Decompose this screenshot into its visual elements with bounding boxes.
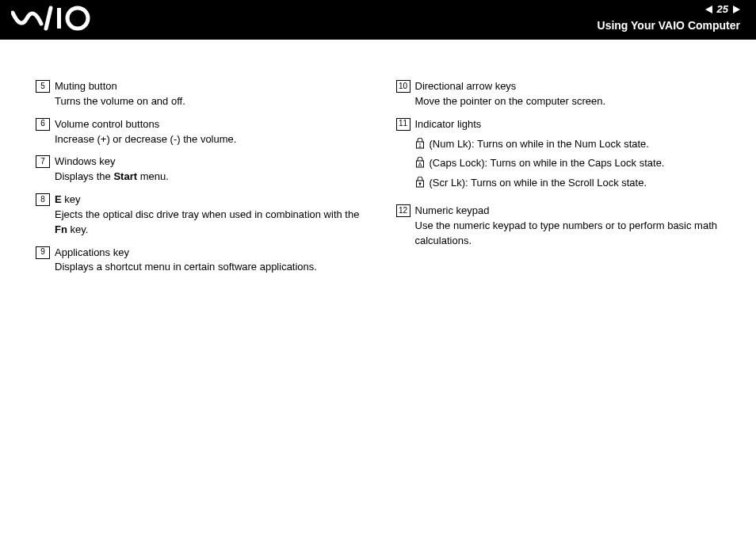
item-body: Applications key Displays a shortcut men… [55,246,372,276]
svg-point-2 [67,8,88,29]
list-item: 11 Indicator lights 1 (Num Lk): Turns on… [396,117,733,196]
list-item: 10 Directional arrow keys Move the point… [396,79,733,109]
right-column: 10 Directional arrow keys Move the point… [396,79,733,283]
item-title: E key [55,193,81,205]
item-body: Windows key Displays the Start menu. [55,154,372,185]
item-number-box: 12 [396,204,410,217]
item-desc: Increase (+) or decrease (-) the volume. [55,132,372,147]
next-page-arrow[interactable] [733,6,740,13]
svg-line-0 [46,8,51,29]
lock-capslock-icon: A [415,157,425,168]
indicator-sub-list: 1 (Num Lk): Turns on while in the Num Lo… [415,137,733,192]
lock-scrolllock-icon [415,177,425,188]
item-title: Windows key [55,155,116,167]
item-desc: Displays a shortcut menu in certain soft… [55,260,372,275]
svg-text:A: A [418,162,422,167]
list-item: 5 Muting button Turns the volume on and … [36,79,372,109]
sub-item: A (Caps Lock): Turns on while in the Cap… [415,156,733,171]
item-desc: Ejects the optical disc drive tray when … [55,208,372,238]
item-desc: Turns the volume on and off. [55,94,372,109]
item-title: Directional arrow keys [415,80,517,92]
item-title: Muting button [55,80,117,92]
list-item: 8 E key Ejects the optical disc drive tr… [36,193,372,238]
item-body: Indicator lights 1 (Num Lk): Turns on wh… [415,117,733,196]
sub-item-text: (Num Lk): Turns on while in the Num Lock… [430,137,649,152]
list-item: 7 Windows key Displays the Start menu. [36,154,372,185]
item-title: Applications key [55,246,129,258]
svg-rect-1 [57,8,61,29]
item-number-box: 7 [36,155,50,168]
item-desc: Move the pointer on the computer screen. [415,94,733,109]
item-number-box: 5 [36,80,50,93]
sub-item-text: (Scr Lk): Turns on while in the Scroll L… [430,176,647,191]
prev-page-arrow[interactable] [705,6,712,13]
sub-item: (Scr Lk): Turns on while in the Scroll L… [415,176,733,191]
item-body: Muting button Turns the volume on and of… [55,79,372,109]
item-number-box: 10 [396,80,410,93]
item-body: Directional arrow keys Move the pointer … [415,79,733,109]
list-item: 9 Applications key Displays a shortcut m… [36,246,372,276]
left-column: 5 Muting button Turns the volume on and … [36,79,372,283]
item-number-box: 9 [36,246,50,259]
item-number-box: 8 [36,193,50,206]
vaio-logo [11,5,98,32]
page-nav: 25 [705,3,740,15]
item-desc: Use the numeric keypad to type numbers o… [415,219,733,249]
section-title: Using Your VAIO Computer [598,19,740,32]
page-header: 25 Using Your VAIO Computer [0,0,756,40]
content-area: 5 Muting button Turns the volume on and … [0,40,756,283]
list-item: 12 Numeric keypad Use the numeric keypad… [396,204,733,249]
item-title: Numeric keypad [415,204,490,216]
page-number: 25 [717,3,728,15]
item-title: Volume control buttons [55,118,159,130]
sub-item-text: (Caps Lock): Turns on while in the Caps … [430,156,665,171]
item-title: Indicator lights [415,118,482,130]
item-body: E key Ejects the optical disc drive tray… [55,193,372,238]
svg-text:1: 1 [418,143,422,148]
sub-item: 1 (Num Lk): Turns on while in the Num Lo… [415,137,733,152]
lock-numlock-icon: 1 [415,138,425,149]
list-item: 6 Volume control buttons Increase (+) or… [36,117,372,147]
item-body: Numeric keypad Use the numeric keypad to… [415,204,733,249]
item-number-box: 11 [396,118,410,131]
item-number-box: 6 [36,118,50,131]
item-body: Volume control buttons Increase (+) or d… [55,117,372,147]
item-desc: Displays the Start menu. [55,170,372,185]
